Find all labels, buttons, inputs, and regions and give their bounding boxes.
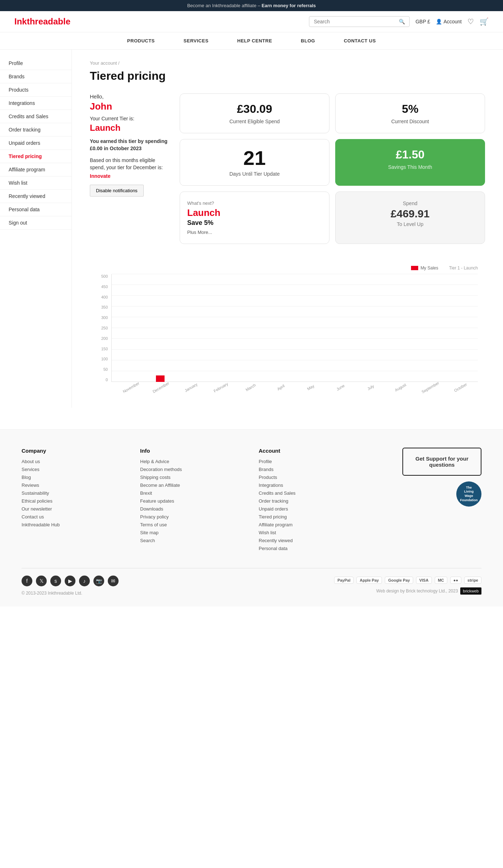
bar-july [355,274,384,382]
footer-ethical-policies[interactable]: Ethical policies [22,498,126,504]
sidebar-item-recently-viewed[interactable]: Recently viewed [0,190,71,203]
sidebar-item-integrations[interactable]: Integrations [0,97,71,110]
footer-account-recently-viewed[interactable]: Recently viewed [259,538,363,543]
footer-become-affiliate[interactable]: Become an Affiliate [140,483,244,488]
tiered-layout: Hello, John Your Current Tier is: Launch… [90,93,485,244]
logo[interactable]: Inkthreadable [14,17,70,27]
current-spend-label: Current Eligible Spend [187,119,322,124]
bar-october [444,274,474,382]
main-content: Your account / Tiered pricing Hello, Joh… [72,50,503,408]
footer-bottom: f 𝕏 s ▶ ♪ 📷 ✉ © 2013-2023 Inkthreadable … [22,568,481,596]
footer-help-advice[interactable]: Help & Advice [140,459,244,464]
footer-company-heading: Company [22,448,126,454]
footer-blog[interactable]: Blog [22,475,126,480]
payment-maestro: ●● [450,577,461,584]
sidebar-item-personal-data[interactable]: Personal data [0,203,71,216]
wishlist-button[interactable]: ♡ [467,17,474,26]
footer-feature-updates[interactable]: Feature updates [140,498,244,504]
footer-account-personal-data[interactable]: Personal data [259,546,363,551]
footer-account-products[interactable]: Products [259,475,363,480]
sidebar-item-tiered-pricing[interactable]: Tiered pricing [0,150,71,163]
nav-blog[interactable]: BLOG [286,32,329,49]
savings-value: £1.50 [343,148,477,161]
footer-col-info: Info Help & Advice Decoration methods Sh… [140,448,244,554]
nav-products[interactable]: PRODUCTS [113,32,169,49]
footer-account-order-tracking[interactable]: Order tracking [259,498,363,504]
footer-services[interactable]: Services [22,467,126,472]
breadcrumb-parent[interactable]: Your account [90,60,117,66]
footer-downloads[interactable]: Downloads [140,506,244,512]
footer-account-brands[interactable]: Brands [259,467,363,472]
currency-button[interactable]: GBP £ [415,19,430,24]
legend-dot-sales [411,266,418,270]
footer-decoration-methods[interactable]: Decoration methods [140,467,244,472]
nav-services[interactable]: SERVICES [169,32,223,49]
sidebar-item-products[interactable]: Products [0,83,71,97]
affiliate-link[interactable]: Earn money for referrals [262,3,316,8]
sidebar-item-wishlist[interactable]: Wish list [0,176,71,190]
current-spend-card: £30.09 Current Eligible Spend [180,93,329,133]
social-snapchat[interactable]: s [50,576,61,586]
footer-sustainability[interactable]: Sustainability [22,490,126,496]
footer-reviews[interactable]: Reviews [22,483,126,488]
earned-text: You earned this tier by spending £0.00 i… [90,138,169,152]
sidebar-item-credits-sales[interactable]: Credits and Sales [0,110,71,123]
footer-account-affiliate[interactable]: Affiliate program [259,522,363,527]
footer-bottom-right: PayPal Apple Pay Google Pay VISA MC ●● s… [334,577,481,595]
social-tiktok[interactable]: ♪ [79,576,90,586]
footer-shipping-costs[interactable]: Shipping costs [140,475,244,480]
footer-inkthreadable-hub[interactable]: Inkthreadable Hub [22,522,126,527]
cart-button[interactable]: 🛒 [480,17,489,26]
sidebar-item-profile[interactable]: Profile [0,57,71,70]
sidebar-item-sign-out[interactable]: Sign out [0,216,71,230]
search-box[interactable]: 🔍 [309,16,410,27]
social-email[interactable]: ✉ [108,576,119,586]
footer-account-credits-sales[interactable]: Credits and Sales [259,490,363,496]
account-button[interactable]: 👤 Account [436,19,462,24]
user-name: John [90,101,169,112]
footer-col-account: Account Profile Brands Products Integrat… [259,448,363,554]
footer-site-map[interactable]: Site map [140,530,244,535]
footer-terms-of-use[interactable]: Terms of use [140,522,244,527]
footer-privacy-policy[interactable]: Privacy policy [140,514,244,520]
footer-account-integrations[interactable]: Integrations [259,483,363,488]
search-input[interactable] [314,19,399,24]
copyright: © 2013-2023 Inkthreadable Ltd. [22,591,82,596]
sidebar-item-brands[interactable]: Brands [0,70,71,83]
what-next-tier: Launch [187,207,322,218]
bar-march [235,274,265,382]
footer-account-wishlist[interactable]: Wish list [259,530,363,535]
footer-brexit[interactable]: Brexit [140,490,244,496]
footer-account-profile[interactable]: Profile [259,459,363,464]
sidebar-item-unpaid-orders[interactable]: Unpaid orders [0,137,71,150]
social-facebook[interactable]: f [22,576,32,586]
nav-help-centre[interactable]: HELP CENTRE [223,32,286,49]
support-box-button[interactable]: Get Support for your questions [402,448,481,476]
social-twitter[interactable]: 𝕏 [36,576,47,586]
footer-account-tiered-pricing[interactable]: Tiered pricing [259,514,363,520]
disable-notifications-button[interactable]: Disable notifications [90,185,144,197]
social-instagram[interactable]: 📷 [93,576,104,586]
footer-account-unpaid-orders[interactable]: Unpaid orders [259,506,363,512]
plus-more-link[interactable]: Plus More... [187,230,322,235]
footer-contact-us[interactable]: Contact us [22,514,126,520]
payment-google-pay: Google Pay [385,577,413,584]
footer-bottom-left: f 𝕏 s ▶ ♪ 📷 ✉ © 2013-2023 Inkthreadable … [22,576,119,596]
nav-contact-us[interactable]: CONTACT US [329,32,390,49]
days-until-label: Days Until Tier Update [187,171,322,177]
bar-february [205,274,235,382]
social-youtube[interactable]: ▶ [65,576,75,586]
sidebar-item-order-tracking[interactable]: Order tracking [0,123,71,137]
bar-january [175,274,205,382]
footer-about-us[interactable]: About us [22,459,126,464]
footer-newsletter[interactable]: Our newsletter [22,506,126,512]
bar-august [384,274,414,382]
payment-mastercard: MC [435,577,447,584]
footer-search[interactable]: Search [140,538,244,543]
bar-december [145,274,175,382]
savings-card: £1.50 Savings This Month [335,139,485,186]
footer-design: Web design by Brick technology Ltd., 202… [376,587,481,595]
sidebar-item-affiliate[interactable]: Affiliate program [0,163,71,176]
what-next-save: Save 5% [187,219,322,227]
days-until-value: 21 [187,148,322,168]
